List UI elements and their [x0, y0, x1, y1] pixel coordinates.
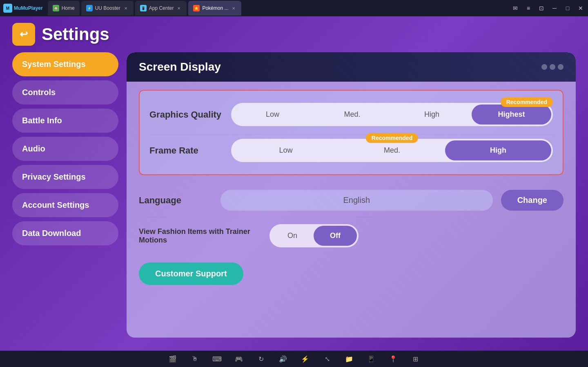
tab-pokemon-label: Pokémon ...	[202, 5, 228, 11]
keyboard-icon[interactable]: ⌨	[212, 354, 222, 364]
graphics-high-button[interactable]: High	[392, 105, 472, 125]
tab-uu-label: UU Booster	[95, 5, 120, 11]
framerate-med-button[interactable]: Med.	[339, 140, 445, 160]
tab-home[interactable]: 🏠 Home	[48, 1, 80, 16]
window-controls: ✉ ≡ ⊡ ─ □ ✕	[511, 4, 585, 12]
graphics-highest-button[interactable]: Highest	[472, 105, 551, 125]
graphics-quality-row: Graphics Quality Recommended Low Med. Hi…	[149, 99, 553, 130]
pokemon-tab-icon: ⭐	[193, 5, 200, 11]
uu-tab-icon: ⚡	[86, 5, 93, 11]
maximize-button[interactable]: □	[564, 4, 572, 12]
frame-rate-row: Frame Rate Recommended Low Med. High	[149, 134, 553, 166]
video-icon[interactable]: 🎬	[168, 354, 178, 364]
tab-app-label: App Center	[149, 5, 174, 11]
graphics-recommended-badge: Recommended	[501, 97, 553, 107]
rotate-icon[interactable]: ↻	[256, 354, 266, 364]
cursor-icon[interactable]: 🖱	[190, 354, 200, 364]
app-logo: M MuMuPlayer	[3, 4, 43, 13]
tab-pokemon-close[interactable]: ✕	[231, 5, 236, 11]
bottom-taskbar: 🎬 🖱 ⌨ 🎮 ↻ 🔊 ⚡ ⤡ 📁 📱 📍 ⊞	[0, 351, 588, 367]
phone-icon[interactable]: 📱	[366, 354, 376, 364]
location-icon[interactable]: 📍	[388, 354, 398, 364]
framerate-high-button[interactable]: High	[445, 140, 551, 160]
app-background: ↩ Settings System Settings Controls Batt…	[0, 16, 588, 351]
tab-app-close[interactable]: ✕	[176, 5, 182, 11]
tab-pokemon[interactable]: ⭐ Pokémon ... ✕	[188, 1, 241, 16]
frame-rate-label: Frame Rate	[149, 145, 223, 156]
folder-icon[interactable]: 📁	[344, 354, 354, 364]
graphics-low-button[interactable]: Low	[233, 105, 312, 125]
graphics-quality-options: Recommended Low Med. High Highest	[231, 103, 553, 126]
logo-label: MuMuPlayer	[14, 5, 43, 11]
close-button[interactable]: ✕	[577, 4, 585, 12]
home-tab-icon: 🏠	[53, 5, 59, 11]
framerate-low-button[interactable]: Low	[233, 140, 339, 160]
bg-pattern	[0, 16, 588, 351]
gamepad-icon[interactable]: 🎮	[234, 354, 244, 364]
taskbar: M MuMuPlayer 🏠 Home ⚡ UU Booster ✕ 📱 App…	[0, 0, 588, 16]
volume-icon[interactable]: 🔊	[278, 354, 288, 364]
performance-icon[interactable]: ⚡	[300, 354, 310, 364]
logo-icon: M	[3, 4, 12, 13]
tab-app-center[interactable]: 📱 App Center ✕	[135, 1, 187, 16]
menu-icon[interactable]: ≡	[524, 4, 532, 12]
tab-home-label: Home	[62, 5, 75, 11]
frame-rate-recommended-badge: Recommended	[366, 133, 418, 143]
restore-icon[interactable]: ⊡	[537, 4, 546, 12]
expand-icon[interactable]: ⊞	[410, 354, 420, 364]
app-tab-icon: 📱	[140, 5, 147, 11]
resize-icon[interactable]: ⤡	[322, 354, 332, 364]
tab-uu-close[interactable]: ✕	[123, 5, 129, 11]
tab-uu-booster[interactable]: ⚡ UU Booster ✕	[81, 1, 134, 16]
graphics-quality-label: Graphics Quality	[149, 109, 223, 120]
mail-icon[interactable]: ✉	[511, 4, 519, 12]
minimize-button[interactable]: ─	[550, 4, 559, 12]
frame-rate-options: Recommended Low Med. High	[231, 139, 553, 162]
graphics-med-button[interactable]: Med.	[312, 105, 392, 125]
